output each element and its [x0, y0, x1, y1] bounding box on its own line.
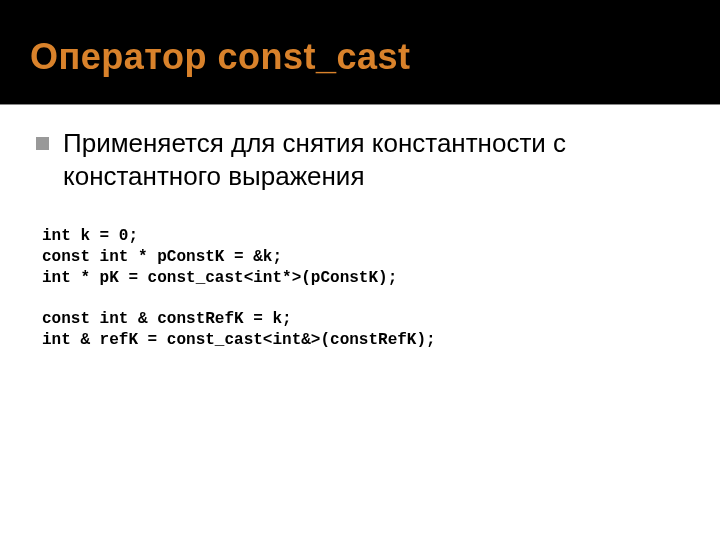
slide-header: Оператор const_cast: [0, 0, 720, 105]
code-line: int k = 0;: [42, 227, 138, 245]
slide-title: Оператор const_cast: [30, 37, 411, 77]
slide: Оператор const_cast Применяется для снят…: [0, 0, 720, 540]
bullet-item: Применяется для снятия константности с к…: [36, 127, 684, 192]
code-line: const int * pConstK = &k;: [42, 248, 282, 266]
code-line: int * pK = const_cast<int*>(pConstK);: [42, 269, 397, 287]
bullet-text: Применяется для снятия константности с к…: [63, 127, 684, 192]
slide-content: Применяется для снятия константности с к…: [0, 105, 720, 351]
code-block: int k = 0; const int * pConstK = &k; int…: [42, 226, 684, 351]
code-line: int & refK = const_cast<int&>(constRefK)…: [42, 331, 436, 349]
square-bullet-icon: [36, 137, 49, 150]
code-line: const int & constRefK = k;: [42, 310, 292, 328]
